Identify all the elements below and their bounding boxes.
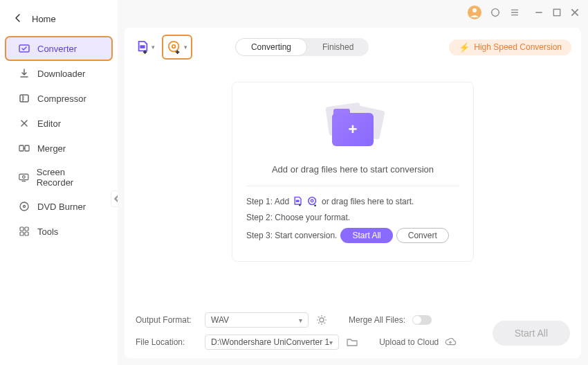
sidebar-item-compressor[interactable]: Compressor — [6, 87, 112, 110]
downloader-icon — [18, 67, 30, 80]
start-all-button[interactable]: Start All — [493, 321, 570, 346]
add-file-button[interactable]: ▾ — [134, 36, 156, 58]
svg-point-19 — [309, 197, 316, 205]
step3-text: Step 3: Start conversion. — [246, 231, 337, 240]
svg-rect-8 — [20, 227, 24, 231]
svg-rect-18 — [296, 200, 300, 202]
status-tabs: Converting Finished — [235, 38, 369, 56]
sidebar-item-screen-recorder[interactable]: Screen Recorder — [6, 161, 112, 193]
output-format-label: Output Format: — [136, 315, 198, 325]
minimize-button[interactable] — [534, 8, 544, 17]
open-folder-icon[interactable] — [346, 336, 358, 348]
tab-converting[interactable]: Converting — [235, 38, 307, 56]
svg-point-5 — [23, 176, 26, 179]
drop-zone[interactable]: + Add or drag files here to start conver… — [232, 82, 474, 262]
add-dvd-icon — [307, 196, 318, 207]
svg-rect-10 — [20, 232, 24, 235]
sidebar-item-label: Editor — [37, 118, 61, 129]
svg-point-17 — [172, 45, 175, 48]
sidebar-item-dvd-burner[interactable]: DVD Burner — [6, 195, 112, 218]
start-all-sample-button: Start All — [340, 228, 392, 243]
high-speed-badge[interactable]: ⚡ High Speed Conversion — [449, 39, 571, 55]
sidebar-item-label: Screen Recorder — [37, 167, 100, 188]
svg-point-20 — [311, 199, 313, 202]
screen-recorder-icon — [18, 171, 30, 184]
svg-rect-2 — [19, 145, 24, 151]
svg-rect-11 — [25, 232, 28, 235]
svg-rect-3 — [25, 145, 29, 151]
sidebar-item-label: Converter — [37, 44, 77, 54]
sidebar-item-label: Tools — [37, 226, 58, 237]
file-location-select[interactable]: D:\Wondershare UniConverter 1 ▾ — [205, 335, 339, 350]
tab-finished[interactable]: Finished — [307, 38, 369, 56]
sidebar-item-downloader[interactable]: Downloader — [6, 62, 112, 85]
editor-icon — [18, 117, 30, 130]
converter-icon — [18, 42, 30, 55]
sidebar-item-converter[interactable]: Converter — [6, 37, 112, 60]
chevron-down-icon: ▾ — [184, 44, 187, 51]
close-button[interactable] — [570, 8, 580, 17]
chevron-down-icon: ▾ — [329, 339, 333, 346]
svg-rect-4 — [19, 174, 28, 179]
svg-rect-15 — [140, 45, 145, 48]
sidebar-item-tools[interactable]: Tools — [6, 220, 112, 243]
cloud-label: Upload to Cloud — [379, 337, 439, 347]
svg-rect-1 — [20, 95, 28, 102]
compressor-icon — [18, 92, 30, 105]
tools-icon — [18, 225, 30, 238]
dvd-burner-icon — [18, 200, 30, 213]
sidebar-item-label: Downloader — [37, 69, 85, 79]
sidebar-item-label: Merger — [37, 143, 66, 154]
home-button[interactable]: Home — [0, 7, 118, 31]
back-icon — [12, 12, 24, 26]
drop-caption: Add or drag files here to start conversi… — [246, 164, 459, 175]
svg-rect-9 — [25, 227, 28, 231]
cloud-icon[interactable] — [444, 336, 457, 348]
avatar[interactable] — [468, 6, 481, 19]
folder-icon: + — [322, 103, 384, 152]
settings-icon[interactable] — [315, 314, 328, 326]
add-dvd-button[interactable]: ▾ — [162, 35, 192, 60]
support-icon[interactable] — [490, 7, 501, 18]
svg-point-21 — [320, 318, 324, 322]
sidebar-item-editor[interactable]: Editor — [6, 112, 112, 135]
maximize-button[interactable] — [552, 8, 562, 17]
merge-label: Merge All Files: — [349, 315, 405, 325]
step1-prefix: Step 1: Add — [246, 197, 289, 206]
svg-point-13 — [492, 9, 499, 17]
bolt-icon: ⚡ — [459, 42, 470, 53]
step2-text: Step 2: Choose your format. — [246, 213, 350, 222]
add-file-icon — [293, 196, 304, 207]
svg-rect-14 — [553, 9, 560, 15]
svg-point-16 — [168, 42, 178, 52]
sidebar-item-merger[interactable]: Merger — [6, 136, 112, 160]
svg-point-6 — [20, 202, 28, 211]
merge-toggle[interactable] — [412, 315, 432, 325]
step1-suffix: or drag files here to start. — [322, 197, 414, 206]
sidebar-item-label: Compressor — [37, 94, 86, 104]
convert-sample-button: Convert — [396, 228, 449, 243]
merger-icon — [18, 142, 30, 154]
home-label: Home — [32, 14, 56, 24]
output-format-select[interactable]: WAV ▾ — [205, 312, 309, 328]
chevron-down-icon: ▾ — [299, 317, 302, 324]
menu-icon[interactable] — [509, 7, 520, 18]
svg-point-7 — [24, 206, 26, 208]
sidebar-item-label: DVD Burner — [37, 202, 86, 212]
file-location-label: File Location: — [136, 337, 198, 347]
chevron-down-icon: ▾ — [151, 44, 155, 51]
svg-point-12 — [472, 8, 477, 12]
